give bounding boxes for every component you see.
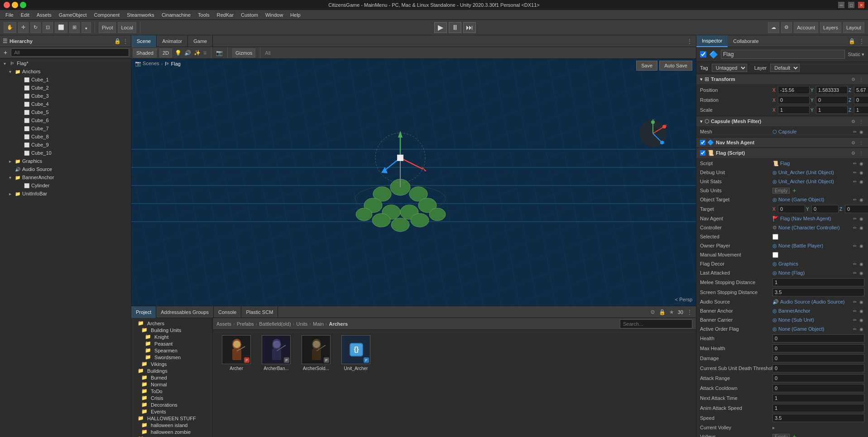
breadcrumb-scenes[interactable]: 📷 Scenes [135, 61, 159, 66]
nav-mesh-checkbox[interactable] [700, 140, 705, 145]
bottom-settings-icon[interactable]: ⚙ [650, 309, 655, 315]
active-order-select[interactable]: ◉ [858, 327, 864, 332]
more-icon[interactable]: ⋮ [123, 38, 128, 44]
object-target-select[interactable]: ◉ [858, 197, 864, 202]
save-btn[interactable]: Save [636, 61, 657, 71]
inspector-more[interactable]: ⋮ [859, 38, 868, 44]
tag-select[interactable]: Untagged [712, 64, 747, 72]
transform-more-btn[interactable]: ⋮ [858, 77, 864, 82]
max-health-field[interactable] [772, 344, 864, 352]
flag-script-header[interactable]: 📜 Flag (Script) ⚙ ⋮ [696, 148, 868, 158]
layers-btn[interactable]: Layers [820, 22, 841, 33]
folder-individual[interactable]: 📁 IndividualObjects [131, 435, 212, 437]
folder-halloween[interactable]: 📁 HALLOWEEN STUFF [131, 415, 212, 422]
mesh-filter-header[interactable]: ▾ ⬡ Capsule (Mesh Filter) ⚙ ⋮ [696, 116, 868, 126]
debug-unit-edit[interactable]: ✏ [852, 170, 858, 175]
mesh-edit-btn[interactable]: ✏ [852, 129, 858, 134]
inspector-tab-inspector[interactable]: Inspector [696, 35, 728, 47]
asset-search-input[interactable] [620, 319, 692, 328]
transform-settings-btn[interactable]: ⚙ [850, 77, 856, 82]
folder-todo[interactable]: 📁 ToDo [131, 388, 212, 394]
asset-archerban[interactable]: P ArcherBan... [258, 335, 294, 371]
tree-item-cube5[interactable]: ⬜Cube_5 [0, 108, 131, 116]
sub-units-add[interactable]: + [791, 187, 797, 194]
tool-hand[interactable]: ✋ [4, 22, 16, 33]
last-attacked-select[interactable]: ◉ [858, 271, 864, 276]
unit-stats-edit[interactable]: ✏ [852, 179, 858, 184]
tool-rect[interactable]: ⬜ [55, 22, 67, 33]
tree-item-cube10[interactable]: ⬜Cube_10 [0, 149, 131, 157]
folder-peasant[interactable]: 📁 Peasant [131, 340, 212, 347]
shading-dropdown[interactable]: Shaded [133, 48, 157, 57]
tree-item-flag[interactable]: ▾ 🏳 Flag* [0, 59, 131, 67]
step-btn[interactable]: ⏭ [463, 22, 476, 33]
selected-checkbox[interactable] [772, 234, 778, 240]
flag-script-settings[interactable]: ⚙ [850, 151, 856, 156]
account-btn[interactable]: Account [794, 22, 818, 33]
damage-field[interactable] [772, 354, 864, 362]
health-field[interactable] [772, 334, 864, 342]
melee-stopping-field[interactable] [772, 278, 864, 286]
scene-view[interactable]: Y X Z 📷 Scenes › 🏳 Flag Save A [131, 59, 696, 306]
nav-agent-select[interactable]: ◉ [858, 216, 864, 221]
last-attacked-edit[interactable]: ✏ [852, 271, 858, 276]
folder-buildings[interactable]: 📁 Buildings [131, 367, 212, 374]
tool-transform[interactable]: ⊞ [69, 22, 80, 33]
tool-rotate[interactable]: ↻ [30, 22, 41, 33]
object-target-edit[interactable]: ✏ [852, 197, 858, 202]
tree-item-cube4[interactable]: ⬜Cube_4 [0, 100, 131, 108]
transform-header[interactable]: ▾ ⊞ Transform ⚙ ⋮ [696, 74, 868, 84]
scale-y-field[interactable] [816, 106, 848, 114]
menu-component[interactable]: Component [90, 11, 123, 19]
tree-item-banner[interactable]: ▾📁BannerAnchor [0, 173, 131, 181]
tree-item-cube8[interactable]: ⬜Cube_8 [0, 133, 131, 141]
tree-item-graphics[interactable]: ▸📁Graphics [0, 157, 131, 165]
pos-y-field[interactable] [816, 86, 848, 94]
tab-addressables[interactable]: Addressables Groups [156, 306, 214, 318]
bc-prefabs[interactable]: Prefabs [237, 321, 254, 327]
folder-burned[interactable]: 📁 Burned [131, 374, 212, 381]
bottom-lock-icon[interactable]: 🔒 [659, 309, 666, 315]
script-edit-btn[interactable]: ✏ [852, 161, 858, 166]
scene-gizmo[interactable]: Y X Z [637, 118, 669, 149]
folder-swordsmen[interactable]: 📁 Swordsmen [131, 354, 212, 361]
audio-source-select[interactable]: ◉ [858, 299, 864, 304]
tab-console[interactable]: Console [214, 306, 241, 318]
static-label[interactable]: Static ▾ [848, 52, 864, 57]
tab-plastic[interactable]: Plastic SCM [241, 306, 278, 318]
menu-file[interactable]: File [2, 11, 17, 19]
tree-item-cylinder[interactable]: ⬜Cylinder [0, 181, 131, 190]
collab-btn[interactable]: ☁ [768, 22, 779, 33]
pivot-btn[interactable]: Pivot [99, 22, 116, 33]
mesh-select-btn[interactable]: ◉ [858, 129, 864, 134]
light-icon[interactable]: 💡 [175, 50, 182, 56]
menu-window[interactable]: Window [262, 11, 287, 19]
flag-decor-edit[interactable]: ✏ [852, 261, 858, 266]
next-attack-field[interactable] [772, 394, 864, 402]
tab-animator[interactable]: Animator [157, 35, 188, 47]
win-maximize[interactable]: □ [848, 2, 854, 8]
banner-carrier-edit[interactable]: ✏ [852, 318, 858, 323]
menu-gameobject[interactable]: GameObject [55, 11, 91, 19]
bc-battlefield[interactable]: Battlefield(old) [259, 321, 291, 327]
active-order-edit[interactable]: ✏ [852, 327, 858, 332]
maximize-btn[interactable] [20, 2, 26, 8]
folder-halloween-island[interactable]: 📁 halloween island [131, 422, 212, 428]
unit-stats-select[interactable]: ◉ [858, 179, 864, 184]
pos-x-field[interactable] [778, 86, 810, 94]
scene-more-icon[interactable]: ≡ [203, 50, 206, 56]
tab-scene[interactable]: Scene [131, 35, 157, 47]
menu-tools[interactable]: Tools [194, 11, 213, 19]
tree-item-anchors[interactable]: ▾ 📁 Anchors [0, 67, 131, 76]
bottom-more-icon[interactable]: ⋮ [687, 309, 692, 315]
flag-script-checkbox[interactable] [700, 150, 705, 156]
folder-knight[interactable]: 📁 Knight [131, 333, 212, 340]
controller-edit[interactable]: ✏ [852, 225, 858, 230]
auto-save-btn[interactable]: Auto Save [659, 61, 692, 71]
folder-normal[interactable]: 📁 Normal [131, 381, 212, 388]
folder-crisis[interactable]: 📁 Crisis [131, 394, 212, 401]
pos-z-field[interactable] [854, 86, 868, 94]
object-enabled-checkbox[interactable] [700, 51, 706, 57]
owner-player-select[interactable]: ◉ [858, 243, 864, 248]
sub-unit-death-field[interactable] [772, 364, 864, 372]
